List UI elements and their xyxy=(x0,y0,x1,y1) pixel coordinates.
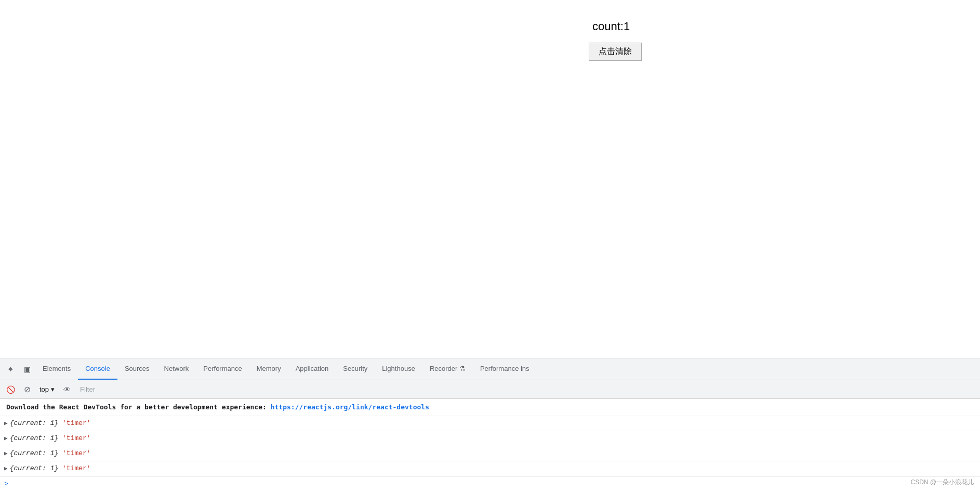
devtools-tabs: Elements Console Sources Network Perform… xyxy=(35,358,978,380)
tab-sources[interactable]: Sources xyxy=(117,358,157,380)
log-row-4: ▶ {current: 1} 'timer' xyxy=(0,461,980,476)
react-devtools-message: Download the React DevTools for a better… xyxy=(0,399,980,416)
console-content: Download the React DevTools for a better… xyxy=(0,399,980,491)
watermark: CSDN @一朵小浪花儿 xyxy=(910,478,974,487)
log-string-2: 'timer' xyxy=(62,433,91,444)
prompt-arrow-icon: > xyxy=(4,479,8,489)
log-string-1: 'timer' xyxy=(62,418,91,429)
devtools-panel: ⌖ ▣ Elements Console Sources Network Per… xyxy=(0,358,980,491)
log-string-3: 'timer' xyxy=(62,448,91,459)
expand-arrow-icon[interactable]: ▶ xyxy=(4,463,8,474)
tab-console[interactable]: Console xyxy=(78,358,117,380)
chevron-down-icon: ▾ xyxy=(51,385,55,393)
expand-arrow-icon[interactable]: ▶ xyxy=(4,448,8,459)
tab-security[interactable]: Security xyxy=(336,358,375,380)
log-row-1: ▶ {current: 1} 'timer' xyxy=(0,416,980,431)
expand-arrow-icon[interactable]: ▶ xyxy=(4,433,8,444)
log-object-4: {current: 1} xyxy=(10,463,62,474)
tab-lighthouse[interactable]: Lighthouse xyxy=(375,358,422,380)
context-selector[interactable]: top ▾ xyxy=(36,384,58,394)
console-prompt: > xyxy=(0,476,980,492)
tab-memory[interactable]: Memory xyxy=(249,358,288,380)
tab-elements[interactable]: Elements xyxy=(35,358,78,380)
log-row-2: ▶ {current: 1} 'timer' xyxy=(0,431,980,446)
clear-console-button[interactable]: 🚫 xyxy=(3,382,18,397)
clear-button[interactable]: 点击清除 xyxy=(589,43,642,61)
tab-application[interactable]: Application xyxy=(288,358,336,380)
expand-arrow-icon[interactable]: ▶ xyxy=(4,418,8,429)
filter-input[interactable] xyxy=(76,383,977,396)
log-string-4: 'timer' xyxy=(62,463,91,474)
react-devtools-link[interactable]: https://reactjs.org/link/react-devtools xyxy=(271,403,429,411)
no-issues-icon[interactable]: ⊘ xyxy=(20,382,34,397)
count-display: count:1 xyxy=(592,20,630,33)
devtools-tab-bar: ⌖ ▣ Elements Console Sources Network Per… xyxy=(0,358,980,380)
console-toolbar: 🚫 ⊘ top ▾ 👁 xyxy=(0,380,980,399)
tab-recorder[interactable]: Recorder ⚗ xyxy=(422,358,473,380)
log-object-1: {current: 1} xyxy=(10,418,62,429)
main-page: count:1 点击清除 xyxy=(0,0,980,260)
clear-console-icon: 🚫 xyxy=(6,385,15,394)
filter-eye-icon: 👁 xyxy=(63,385,71,394)
device-toolbar-icon[interactable]: ▣ xyxy=(19,361,35,378)
log-object-3: {current: 1} xyxy=(10,448,62,459)
tab-performance-insights[interactable]: Performance ins xyxy=(473,358,537,380)
tab-performance[interactable]: Performance xyxy=(196,358,249,380)
log-object-2: {current: 1} xyxy=(10,433,62,444)
inspect-element-icon[interactable]: ⌖ xyxy=(2,361,19,378)
tab-network[interactable]: Network xyxy=(157,358,196,380)
eye-icon[interactable]: 👁 xyxy=(60,382,74,397)
log-row-3: ▶ {current: 1} 'timer' xyxy=(0,446,980,461)
